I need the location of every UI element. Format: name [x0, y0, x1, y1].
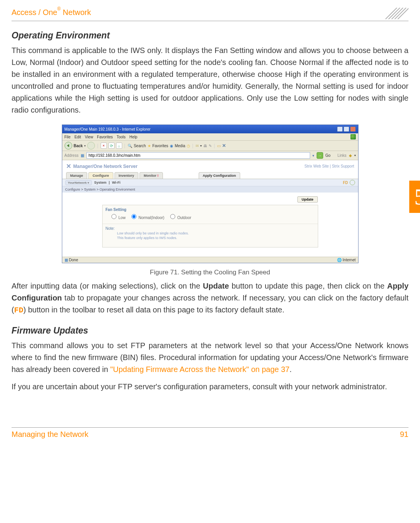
go-label: Go [325, 153, 330, 158]
radio-normal-label: Normal(Indoor) [138, 216, 164, 220]
tab-inventory[interactable]: Inventory [115, 172, 139, 179]
menu-edit[interactable]: Edit [75, 135, 81, 139]
page-content: ✕ Manager/One Network Server Strix Web S… [62, 160, 358, 257]
fd-text: FD [343, 181, 348, 185]
fan-setting-group: Fan Setting Low Normal(Indoor) Outdoor [103, 205, 318, 224]
home-button[interactable]: ⌂ [116, 143, 122, 149]
links-label[interactable]: Links [337, 153, 346, 158]
link-updating-firmware[interactable]: "Updating Firmware Across the Network" o… [110, 365, 290, 374]
figure-caption: Figure 71. Setting the Cooling Fan Speed [150, 269, 270, 276]
search-label[interactable]: Search [134, 144, 146, 148]
sysbar-wifi[interactable]: Wi-Fi [112, 181, 121, 184]
radio-low-label: Low [118, 216, 125, 220]
ie-logo-icon [350, 134, 356, 139]
alert-icon: ! [158, 174, 159, 178]
note-line-1: Low should only be used in single radio … [117, 231, 315, 236]
config-panel: Update Fan Setting Low Normal(Indoor) Ou… [62, 193, 358, 257]
footer-section-title: Managing the Network [12, 430, 88, 439]
page-status-icon: ▦ [65, 258, 68, 262]
title-suffix: Network [61, 8, 91, 17]
breadcrumb-text: Configure > System > Operating Environme… [65, 188, 135, 191]
back-dropdown-icon[interactable]: ▾ [84, 144, 86, 148]
search-icon[interactable]: 🔍 [128, 144, 132, 148]
main-tabs: Manage Configure Inventory Monitor ! App… [62, 172, 358, 179]
breadcrumb: Configure > System > Operating Environme… [62, 186, 358, 193]
media-label[interactable]: Media [175, 144, 185, 148]
toolbar: Back ▾ │ × ⟳ ⌂ │ 🔍 Search ★ Favorites ◉ … [62, 141, 358, 151]
address-dropdown-icon[interactable]: ▾ [312, 154, 314, 158]
stop-button[interactable]: × [101, 143, 107, 149]
browser-window: Manager/One Main 192.168.0.3 - Internet … [62, 125, 359, 263]
paragraph-firmware-2: If you are uncertain about your FTP serv… [12, 381, 408, 393]
chapter-tab: 5 [409, 181, 420, 213]
menu-help[interactable]: Help [129, 135, 138, 139]
edit-icon[interactable]: ✎ [209, 144, 212, 148]
menu-file[interactable]: File [65, 135, 71, 139]
paragraph-firmware-1: This command allows you to set FTP param… [12, 340, 408, 375]
back-button[interactable] [65, 142, 72, 149]
sysbar-system[interactable]: System [94, 181, 106, 184]
radio-low-input[interactable] [111, 214, 116, 219]
fd-inline: FD [14, 306, 23, 315]
print-icon[interactable]: 🖶 [203, 144, 207, 148]
paragraph-operating-environment: This command is applicable to the IWS on… [12, 45, 408, 116]
refresh-button[interactable]: ⟳ [108, 143, 115, 149]
tab-monitor-label: Monitor [144, 174, 156, 178]
favorites-star-icon[interactable]: ★ [148, 144, 151, 148]
svg-line-0 [385, 8, 397, 19]
strix-logo-icon: ✕ [66, 163, 71, 170]
registered-mark: ® [57, 6, 61, 12]
close-button[interactable] [350, 126, 356, 132]
strix-x-icon[interactable]: ✕ [222, 143, 226, 148]
history-icon[interactable]: ◷ [187, 144, 190, 148]
svg-line-1 [388, 8, 400, 19]
radio-outdoor-label: Outdoor [177, 216, 191, 220]
server-header: ✕ Manager/One Network Server Strix Web S… [62, 160, 358, 172]
note-title: Note: [106, 226, 315, 231]
server-links[interactable]: Strix Web Site | Strix Support [304, 164, 354, 168]
tab-apply-configuration[interactable]: Apply Configuration [199, 172, 241, 179]
server-title: Manager/One Network Server [73, 164, 138, 169]
fan-setting-title: Fan Setting [106, 208, 315, 212]
radio-outdoor-input[interactable] [170, 214, 175, 219]
status-done: ▦ Done [65, 258, 78, 262]
svg-line-3 [395, 8, 406, 19]
norton-icon[interactable]: ◆ [349, 153, 352, 158]
refresh-icon[interactable] [350, 180, 355, 185]
maximize-button[interactable] [344, 126, 349, 132]
tab-configure[interactable]: Configure [88, 172, 113, 179]
folder-icon[interactable]: ▭ [217, 144, 221, 148]
page-header: Access / One® Network [12, 8, 408, 21]
radio-normal-input[interactable] [131, 214, 136, 219]
window-titlebar: Manager/One Main 192.168.0.3 - Internet … [62, 125, 358, 133]
menu-bar: File Edit View Favorites Tools Help [62, 133, 358, 141]
settings-form: Fan Setting Low Normal(Indoor) Outdoor N… [102, 205, 318, 247]
svg-line-2 [392, 8, 403, 19]
factory-default-button[interactable]: FD [343, 180, 355, 185]
status-bar: ▦ Done 🌐 Internet [62, 257, 358, 263]
note-group: Note: Low should only be used in single … [103, 224, 318, 247]
favorites-label[interactable]: Favorites [153, 144, 168, 148]
radio-low[interactable]: Low [110, 213, 126, 220]
tab-manage[interactable]: Manage [66, 172, 88, 179]
menu-view[interactable]: View [85, 135, 93, 139]
menu-tools[interactable]: Tools [116, 135, 125, 139]
address-bar: Address ▦ ▾ → Go Links ◆▾ [62, 151, 358, 160]
mail-icon[interactable]: ✉ [196, 144, 199, 148]
radio-outdoor[interactable]: Outdoor [168, 213, 191, 220]
back-label: Back [74, 144, 83, 148]
svg-line-4 [398, 8, 408, 19]
address-input[interactable] [86, 152, 310, 159]
forward-button[interactable] [87, 142, 95, 149]
paragraph-update-apply: After inputting data (or making selectio… [12, 280, 408, 316]
update-button[interactable]: Update [297, 196, 318, 203]
header-decor-icon [385, 8, 408, 19]
minimize-button[interactable] [337, 126, 343, 132]
radio-normal[interactable]: Normal(Indoor) [129, 213, 164, 220]
go-button[interactable]: → [317, 152, 323, 159]
page-icon: ▦ [81, 153, 84, 158]
network-dropdown[interactable]: YourNetwork ▾ [65, 180, 92, 185]
tab-monitor[interactable]: Monitor ! [139, 172, 163, 179]
media-icon[interactable]: ◉ [170, 144, 173, 148]
menu-favorites[interactable]: Favorites [97, 135, 113, 139]
